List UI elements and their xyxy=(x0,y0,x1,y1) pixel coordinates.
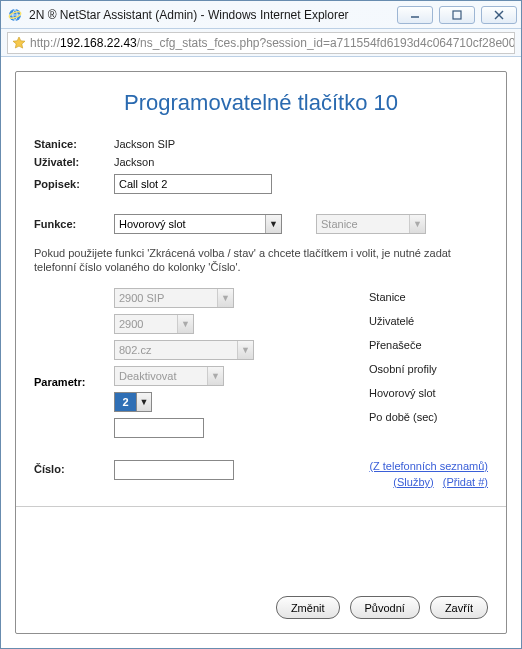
chevron-down-icon: ▼ xyxy=(237,341,253,359)
footer-buttons: Změnit Původní Zavřít xyxy=(34,586,488,619)
window-frame: 2N ® NetStar Assistant (Admin) - Windows… xyxy=(0,0,522,649)
client-area: Programovatelné tlačítko 10 Stanice: Jac… xyxy=(1,57,521,648)
param-prenasece-select: 802.cz▼ xyxy=(114,340,254,360)
window-title: 2N ® NetStar Assistant (Admin) - Windows… xyxy=(29,8,349,22)
link-sluzby[interactable]: (Služby) xyxy=(393,476,433,488)
content-frame: Programovatelné tlačítko 10 Stanice: Jac… xyxy=(15,71,507,634)
help-text: Pokud použijete funkci 'Zkrácená volba /… xyxy=(34,246,488,274)
chevron-down-icon: ▼ xyxy=(217,289,233,307)
slot-value: 2 xyxy=(114,392,136,412)
svg-rect-3 xyxy=(453,11,461,19)
ie-icon xyxy=(7,7,23,23)
param-stanice-select: 2900 SIP▼ xyxy=(114,288,234,308)
address-bar: http://192.168.22.43/ns_cfg_stats_fces.p… xyxy=(1,29,521,57)
po-dobe-input[interactable] xyxy=(114,418,204,438)
zavrit-button[interactable]: Zavřít xyxy=(430,596,488,619)
param-profil-select: Deaktivovat▼ xyxy=(114,366,224,386)
param-slot-select[interactable]: 2 ▼ xyxy=(114,392,294,412)
param-label-po-dobe: Po době (sec) xyxy=(369,411,437,423)
param-label-slot: Hovorový slot xyxy=(369,387,437,399)
label-popisek: Popisek: xyxy=(34,178,114,190)
chevron-down-icon: ▼ xyxy=(207,367,223,385)
links-area: (Z telefonních seznamů) (Služby) (Přidat… xyxy=(234,460,488,488)
separator xyxy=(16,506,506,507)
chevron-down-icon: ▼ xyxy=(136,392,152,412)
popisek-input[interactable] xyxy=(114,174,272,194)
favicon-icon xyxy=(12,35,26,51)
chevron-down-icon: ▼ xyxy=(409,215,425,233)
link-pridat[interactable]: (Přidat #) xyxy=(443,476,488,488)
titlebar: 2N ® NetStar Assistant (Admin) - Windows… xyxy=(1,1,521,29)
label-cislo: Číslo: xyxy=(34,460,114,475)
chevron-down-icon: ▼ xyxy=(177,315,193,333)
label-uzivatel: Uživatel: xyxy=(34,156,114,168)
maximize-button[interactable] xyxy=(439,6,475,24)
stanice-select: Stanice ▼ xyxy=(316,214,426,234)
param-label-profily: Osobní profily xyxy=(369,363,437,375)
param-label-stanice: Stanice xyxy=(369,291,437,303)
label-funkce: Funkce: xyxy=(34,218,114,230)
label-parametr: Parametr: xyxy=(34,288,114,438)
page-title: Programovatelné tlačítko 10 xyxy=(34,90,488,116)
cislo-input[interactable] xyxy=(114,460,234,480)
label-stanice: Stanice: xyxy=(34,138,114,150)
puvodni-button[interactable]: Původní xyxy=(350,596,420,619)
url-text: http://192.168.22.43/ns_cfg_stats_fces.p… xyxy=(30,36,515,50)
value-stanice: Jackson SIP xyxy=(114,138,175,150)
param-uzivatele-select: 2900▼ xyxy=(114,314,194,334)
value-uzivatel: Jackson xyxy=(114,156,154,168)
address-field[interactable]: http://192.168.22.43/ns_cfg_stats_fces.p… xyxy=(7,32,515,54)
minimize-button[interactable] xyxy=(397,6,433,24)
close-button[interactable] xyxy=(481,6,517,24)
zmenit-button[interactable]: Změnit xyxy=(276,596,340,619)
funkce-select[interactable]: Hovorový slot ▼ xyxy=(114,214,282,234)
link-phonebook[interactable]: (Z telefonních seznamů) xyxy=(369,460,488,472)
chevron-down-icon: ▼ xyxy=(265,215,281,233)
param-label-prenasece: Přenašeče xyxy=(369,339,437,351)
param-label-uzivatele: Uživatelé xyxy=(369,315,437,327)
